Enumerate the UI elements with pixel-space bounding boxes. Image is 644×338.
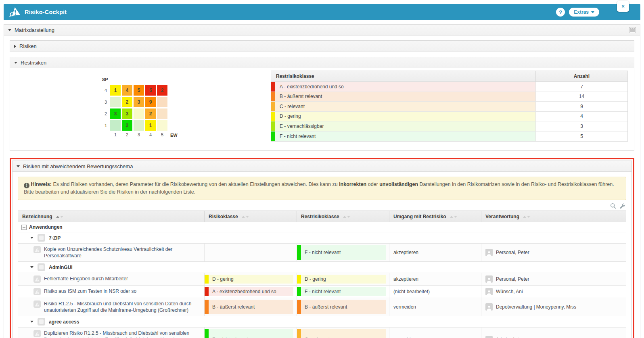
column-header-verantwortung[interactable]: Verantwortung: [481, 211, 626, 222]
search-icon[interactable]: [610, 203, 616, 209]
matrix-cell[interactable]: [157, 97, 167, 107]
table-row[interactable]: Fehlerhafte Eingaben durch Mitarbeiter D…: [18, 273, 626, 286]
sort-desc-icon[interactable]: [246, 216, 249, 218]
matrix-cell[interactable]: 2: [122, 97, 132, 107]
help-button[interactable]: ?: [556, 8, 565, 17]
close-button[interactable]: ×: [617, 1, 629, 12]
verantwortung-cell: Depotverwaltung | Moneypenny, Miss: [481, 298, 626, 316]
risk-label: Risiko aus ISM zum Testen in NSR oder so: [44, 288, 136, 294]
table-row[interactable]: Kopie von Unzureichendes Schutzniveau Ve…: [18, 244, 626, 262]
collapse-arrow-icon[interactable]: [30, 266, 33, 268]
matrix-cell[interactable]: 5: [145, 85, 156, 96]
matrix-cell[interactable]: [110, 120, 121, 131]
sort-asc-icon[interactable]: [523, 216, 526, 218]
column-header-risikoklasse[interactable]: Risikoklasse: [205, 211, 297, 222]
sort-asc-icon[interactable]: [242, 216, 245, 218]
class-color-marker: [271, 131, 275, 142]
sort-asc-icon[interactable]: [450, 216, 453, 218]
restrisikoklasse-cell: F - nicht relevant: [297, 286, 389, 298]
subgroup-row-agree-access[interactable]: agree access: [18, 316, 626, 328]
sort-asc-icon[interactable]: [56, 216, 59, 218]
restrisikoklasse-cell: F - nicht relevant: [297, 244, 389, 261]
notice-bold: inkorrekten: [339, 182, 366, 187]
responsible-name: Depotverwaltung | Moneypenny, Miss: [496, 304, 576, 310]
deviating-risks-table: Bezeichnung Risikoklasse Restrisikoklass…: [18, 211, 626, 338]
matrix-cell[interactable]: 5: [134, 85, 144, 96]
panel-header-restrisiken[interactable]: Restrisiken: [10, 57, 634, 68]
column-header-restrisikoklasse[interactable]: Restrisikoklasse: [297, 211, 389, 222]
matrix-cell[interactable]: 9: [145, 97, 156, 107]
column-header-umgang[interactable]: Umgang mit Restrisiko: [389, 211, 481, 222]
group-row-anwendungen[interactable]: Anwendungen: [18, 222, 626, 232]
table-row[interactable]: F - nicht relevant 5: [271, 131, 627, 142]
table-row[interactable]: Risiko R1.2.5 - Missbrauch und Diebstahl…: [18, 298, 626, 316]
table-row[interactable]: E - vernachlässigbar 3: [271, 121, 627, 131]
collapse-arrow-icon[interactable]: [30, 237, 33, 239]
matrix-cell[interactable]: 4: [122, 85, 132, 96]
risk-icon: [33, 275, 41, 283]
collapse-arrow-icon: [17, 165, 20, 167]
matrix-cell[interactable]: 2: [157, 85, 167, 96]
class-color-marker: [271, 102, 275, 111]
matrix-row-label: 1: [100, 120, 107, 131]
matrix-col-label: 4: [145, 132, 156, 138]
matrix-cell[interactable]: 2: [122, 120, 132, 131]
matrix-row: 1 2 1: [100, 120, 178, 131]
matrix-cell[interactable]: 3: [110, 108, 121, 119]
sort-desc-icon[interactable]: [347, 216, 350, 218]
matrix-cell[interactable]: [134, 108, 144, 119]
info-icon: !: [24, 183, 29, 188]
panel-title: Risiken mit abweichendem Bewertungsschem…: [23, 163, 133, 169]
matrix-cell[interactable]: [134, 120, 144, 131]
restrisikoklasse-cell: D - gering: [297, 273, 389, 285]
subgroup-label: 7-ZIP: [49, 235, 61, 241]
class-color-marker: [297, 245, 301, 260]
sort-desc-icon[interactable]: [527, 216, 530, 218]
matrix-cell[interactable]: [157, 108, 167, 119]
matrix-cell[interactable]: 3: [134, 97, 144, 107]
class-label: F - nicht relevant: [275, 131, 535, 142]
risikoklasse-cell: A - existenzbedrohend und so: [205, 286, 297, 298]
table-row[interactable]: A - existenzbedrohend und so 7: [271, 82, 627, 92]
class-color-marker: [297, 275, 301, 284]
table-row[interactable]: C - relevant 9: [271, 102, 627, 112]
matrix-cell[interactable]: 2: [145, 108, 156, 119]
matrix-cell[interactable]: 1: [145, 120, 156, 131]
sort-desc-icon[interactable]: [454, 216, 457, 218]
class-count: 9: [536, 102, 627, 111]
wrench-icon[interactable]: [619, 203, 625, 209]
column-header-bezeichnung[interactable]: Bezeichnung: [18, 211, 205, 222]
class-color-marker: [271, 82, 275, 92]
class-color-marker: [297, 329, 301, 338]
expand-arrow-icon: [14, 45, 16, 48]
class-count: 3: [536, 121, 627, 131]
sort-desc-icon[interactable]: [60, 216, 63, 218]
verantwortung-cell: Personal, Peter: [481, 244, 626, 261]
table-row[interactable]: Duplizieren Risiko R1.2.5 - Missbrauch u…: [18, 328, 626, 338]
collapse-minus-icon[interactable]: [21, 225, 27, 230]
panel-deviating-risks: Risiken mit abweichendem Bewertungsschem…: [12, 161, 632, 338]
matrix-cell[interactable]: 1: [110, 85, 121, 96]
subgroup-row-admingui[interactable]: AdminGUI: [18, 262, 626, 273]
collapse-arrow-icon[interactable]: [30, 321, 33, 323]
risk-label: Duplizieren Risiko R1.2.5 - Missbrauch u…: [44, 330, 200, 338]
panel-header-risiken[interactable]: Risiken: [10, 41, 634, 52]
matrix-col-label: 2: [122, 132, 132, 138]
extras-button[interactable]: Extras: [569, 8, 599, 17]
matrix-cell[interactable]: [110, 97, 121, 107]
layout-grid-icon[interactable]: [629, 27, 636, 33]
person-icon: [485, 249, 493, 256]
verantwortung-cell: Wünsch, Ani: [481, 286, 626, 298]
table-row[interactable]: Risiko aus ISM zum Testen in NSR oder so…: [18, 286, 626, 298]
restrisikoklasse-cell: B - äußerst relevant: [297, 298, 389, 316]
table-row[interactable]: D - gering 4: [271, 112, 627, 122]
matrix-cell[interactable]: 3: [122, 108, 132, 119]
matrix-cell[interactable]: [157, 120, 167, 131]
subgroup-row-7zip[interactable]: 7-ZIP: [18, 232, 626, 244]
class-label: A - existenzbedrohend und so: [275, 82, 535, 92]
sort-asc-icon[interactable]: [343, 216, 346, 218]
table-header-row: Bezeichnung Risikoklasse Restrisikoklass…: [18, 211, 626, 222]
table-row[interactable]: B - äußerst relevant 14: [271, 92, 627, 102]
panel-header-matrixdarstellung[interactable]: Matrixdarstellung: [4, 25, 640, 35]
panel-header-deviating-risks[interactable]: Risiken mit abweichendem Bewertungsschem…: [13, 161, 631, 172]
